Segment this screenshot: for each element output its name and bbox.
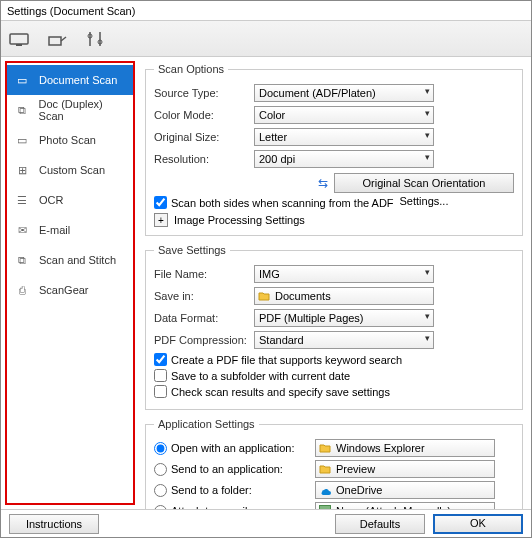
- open-with-app-radio[interactable]: [154, 442, 167, 455]
- check-results-checkbox[interactable]: [154, 385, 167, 398]
- data-format-select[interactable]: PDF (Multiple Pages): [254, 309, 434, 327]
- orientation-settings-button[interactable]: Original Scan Orientation Settings...: [334, 173, 514, 193]
- original-size-label: Original Size:: [154, 131, 254, 143]
- scan-both-sides-checkbox[interactable]: [154, 196, 167, 209]
- defaults-button[interactable]: Defaults: [335, 514, 425, 534]
- check-results-label: Check scan results and specify save sett…: [171, 386, 390, 398]
- scan-options-group: Scan Options Source Type:Document (ADF/P…: [145, 63, 523, 236]
- sidebar-item-label: Photo Scan: [39, 134, 96, 146]
- save-in-select[interactable]: Documents: [254, 287, 434, 305]
- sidebar: ▭Document Scan ⧉Doc (Duplex) Scan ▭Photo…: [5, 61, 135, 505]
- windows-explorer-icon: [319, 442, 331, 454]
- svg-rect-2: [49, 37, 61, 45]
- sidebar-item-label: E-mail: [39, 224, 70, 236]
- expand-image-processing-button[interactable]: +: [154, 213, 168, 227]
- save-settings-legend: Save Settings: [154, 244, 230, 256]
- color-mode-label: Color Mode:: [154, 109, 254, 121]
- document-scan-icon: ▭: [11, 69, 33, 91]
- save-settings-group: Save Settings File Name:IMG Save in:Docu…: [145, 244, 523, 410]
- sidebar-item-email[interactable]: ✉E-mail: [7, 215, 133, 245]
- original-size-select[interactable]: Letter: [254, 128, 434, 146]
- sidebar-item-label: Doc (Duplex) Scan: [39, 98, 129, 122]
- scangear-icon: ⎙: [11, 279, 33, 301]
- application-settings-group: Application Settings Open with an applic…: [145, 418, 523, 509]
- image-processing-label: Image Processing Settings: [174, 214, 305, 226]
- orientation-arrow-icon: ⇆: [318, 176, 328, 190]
- source-type-label: Source Type:: [154, 87, 254, 99]
- sidebar-item-custom-scan[interactable]: ⊞Custom Scan: [7, 155, 133, 185]
- duplex-icon: ⧉: [11, 99, 33, 121]
- sidebar-item-doc-duplex[interactable]: ⧉Doc (Duplex) Scan: [7, 95, 133, 125]
- sidebar-item-photo-scan[interactable]: ▭Photo Scan: [7, 125, 133, 155]
- output-tab-icon[interactable]: [45, 27, 69, 51]
- file-name-label: File Name:: [154, 268, 254, 280]
- file-name-select[interactable]: IMG: [254, 265, 434, 283]
- preview-icon: [319, 463, 331, 475]
- attach-email-select[interactable]: None (Attach Manually): [315, 502, 495, 509]
- send-to-app-select[interactable]: Preview: [315, 460, 495, 478]
- ok-button[interactable]: OK: [433, 514, 523, 534]
- send-to-app-label: Send to an application:: [171, 463, 311, 475]
- folder-icon: [258, 290, 270, 302]
- subfolder-label: Save to a subfolder with current date: [171, 370, 350, 382]
- open-with-app-select[interactable]: Windows Explorer: [315, 439, 495, 457]
- custom-icon: ⊞: [11, 159, 33, 181]
- svg-rect-1: [16, 44, 22, 46]
- send-to-app-radio[interactable]: [154, 463, 167, 476]
- save-in-label: Save in:: [154, 290, 254, 302]
- none-icon: [319, 505, 331, 509]
- data-format-label: Data Format:: [154, 312, 254, 324]
- toolbar: [1, 21, 531, 57]
- instructions-button[interactable]: Instructions: [9, 514, 99, 534]
- photo-icon: ▭: [11, 129, 33, 151]
- send-to-folder-label: Send to a folder:: [171, 484, 311, 496]
- open-with-app-label: Open with an application:: [171, 442, 311, 454]
- sidebar-item-label: ScanGear: [39, 284, 89, 296]
- sidebar-item-label: OCR: [39, 194, 63, 206]
- scanner-tab-icon[interactable]: [7, 27, 31, 51]
- ocr-icon: ☰: [11, 189, 33, 211]
- svg-rect-0: [10, 34, 28, 44]
- window-title: Settings (Document Scan): [1, 1, 531, 21]
- sidebar-item-scan-stitch[interactable]: ⧉Scan and Stitch: [7, 245, 133, 275]
- scan-options-legend: Scan Options: [154, 63, 228, 75]
- pdf-keyword-label: Create a PDF file that supports keyword …: [171, 354, 402, 366]
- content-pane: Scan Options Source Type:Document (ADF/P…: [135, 57, 531, 509]
- source-type-select[interactable]: Document (ADF/Platen): [254, 84, 434, 102]
- attach-email-radio[interactable]: [154, 505, 167, 510]
- pdf-compression-select[interactable]: Standard: [254, 331, 434, 349]
- email-icon: ✉: [11, 219, 33, 241]
- sidebar-item-scangear[interactable]: ⎙ScanGear: [7, 275, 133, 305]
- onedrive-icon: [319, 484, 331, 496]
- sidebar-item-label: Custom Scan: [39, 164, 105, 176]
- application-settings-legend: Application Settings: [154, 418, 259, 430]
- resolution-select[interactable]: 200 dpi: [254, 150, 434, 168]
- sidebar-item-label: Document Scan: [39, 74, 117, 86]
- scan-both-sides-label: Scan both sides when scanning from the A…: [171, 197, 394, 209]
- stitch-icon: ⧉: [11, 249, 33, 271]
- footer: Instructions Defaults OK: [1, 509, 531, 537]
- tools-tab-icon[interactable]: [83, 27, 107, 51]
- send-to-folder-radio[interactable]: [154, 484, 167, 497]
- sidebar-item-document-scan[interactable]: ▭Document Scan: [7, 65, 133, 95]
- pdf-compression-label: PDF Compression:: [154, 334, 254, 346]
- attach-email-label: Attach to e-mail:: [171, 505, 311, 509]
- color-mode-select[interactable]: Color: [254, 106, 434, 124]
- pdf-keyword-checkbox[interactable]: [154, 353, 167, 366]
- sidebar-item-ocr[interactable]: ☰OCR: [7, 185, 133, 215]
- resolution-label: Resolution:: [154, 153, 254, 165]
- sidebar-item-label: Scan and Stitch: [39, 254, 116, 266]
- send-to-folder-select[interactable]: OneDrive: [315, 481, 495, 499]
- subfolder-checkbox[interactable]: [154, 369, 167, 382]
